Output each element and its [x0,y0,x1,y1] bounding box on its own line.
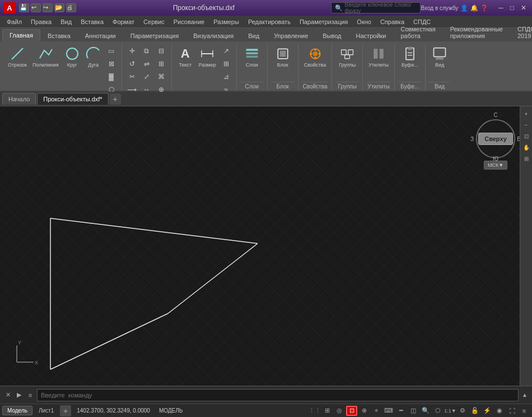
tab-parametrize[interactable]: Параметризация [123,30,186,41]
break-tool[interactable]: ⌘ [155,71,168,83]
qprops-icon[interactable]: 🔍 [420,406,431,416]
rotate-tool[interactable]: ↺ [125,58,139,70]
fullscreen-icon[interactable]: ⛶ [506,406,517,416]
status-tab-model[interactable]: Модель [2,406,32,415]
mirror-tool[interactable]: ⇌ [140,58,153,70]
menu-modify[interactable]: Редактировать [244,17,295,26]
tab-annotations[interactable]: Аннотации [78,30,123,41]
polar-icon[interactable]: ◎ [334,406,345,416]
tool-text[interactable]: A Текст [175,45,195,69]
annot3-tool[interactable]: ⊿ [220,71,233,83]
tab-view[interactable]: Вид [241,30,267,41]
bell-icon[interactable]: 🔔 [470,4,478,12]
scale-tool[interactable]: ⤢ [140,71,153,83]
tool-groups[interactable]: Группы [337,45,358,69]
print-icon[interactable]: 🖨 [66,3,76,12]
command-input[interactable] [37,389,519,401]
offset-tool[interactable]: ⊟ [155,45,168,57]
table-tool[interactable]: ⊞ [220,58,233,70]
hardware-icon[interactable]: ⚡ [482,406,493,416]
open-icon[interactable]: 📂 [54,3,64,12]
menu-file[interactable]: Файл [2,17,26,26]
rect-tool[interactable]: ▭ [105,45,118,57]
cmd-cross-btn[interactable]: ✕ [3,391,12,400]
tab-file[interactable]: Прокси-объекты.dxf* [37,93,108,105]
status-tab-sheet1[interactable]: Лист1 [34,406,59,415]
tab-recommended[interactable]: Рекомендованные приложения [443,23,510,41]
tab-output[interactable]: Вывод [315,30,348,41]
tab-settings[interactable]: Настройки [349,30,394,41]
ws-switch-icon[interactable]: ⚙ [457,406,468,416]
tool-layers[interactable]: Слои [242,45,262,69]
menu-format[interactable]: Формат [108,17,139,26]
menu-service[interactable]: Сервис [139,17,169,26]
tool-line[interactable]: Отрезок [6,45,29,69]
copy-tool[interactable]: ⧉ [140,45,153,57]
cmd-expand-btn[interactable]: ▲ [521,391,529,399]
undo-icon[interactable]: ↩ [31,3,41,12]
leader-tool[interactable]: ↗ [220,45,233,57]
tool-polyline[interactable]: Полилиния [30,45,61,69]
menu-edit[interactable]: Правка [26,17,56,26]
hatch-tool[interactable]: ⊠ [105,58,118,70]
view-top-btn[interactable]: Сверху [478,133,513,145]
tool-dimension[interactable]: Размер [197,45,218,69]
move-tool[interactable]: ✛ [125,45,139,57]
dyn-input-icon[interactable]: ⌨ [383,406,394,416]
tool-properties[interactable]: Свойства [302,45,329,69]
lineweight-icon[interactable]: ━ [395,406,407,416]
zoom-window-tool[interactable]: ⊡ [521,131,531,141]
object-snap-icon[interactable]: ⊡ [346,406,357,416]
tab-start[interactable]: Начало [2,93,36,105]
search-bar[interactable]: 🔍 Введите ключевое слово/фразу [331,2,421,13]
minimize-btn[interactable]: ─ [496,4,506,12]
tool-clipboard[interactable]: Буфе... [399,45,421,69]
object-track-icon[interactable]: ⊕ [358,406,370,416]
tool-view[interactable]: Вид [430,45,450,69]
menu-window[interactable]: Окно [352,17,376,26]
tool-utilities[interactable]: Утилиты [366,45,391,69]
zoom-extent-tool[interactable]: ⊞ [521,153,531,163]
msk-btn[interactable]: МСК▼ [484,161,507,170]
dyn-ucs-icon[interactable]: ⌖ [371,406,382,416]
help-icon[interactable]: ❓ [480,4,488,12]
zoom-in-tool[interactable]: + [521,109,531,119]
drawing-canvas[interactable]: С З Сверху В Ю МСК▼ + − ⊡ ✋ ⊞ [0,106,532,386]
settings-icon[interactable]: ≡ [519,406,530,416]
tool-block[interactable]: Блок [273,45,293,69]
trim-tool[interactable]: ✂ [125,71,139,83]
tab-home[interactable]: Главная [2,29,40,41]
array-tool[interactable]: ⊞ [155,58,168,70]
tab-insert[interactable]: Вставка [40,30,78,41]
save-icon[interactable]: 💾 [19,3,29,12]
menu-parametrize[interactable]: Параметризация [295,17,352,26]
grid-icon[interactable]: ⋮⋮ [309,406,320,416]
annotation-scale[interactable]: 1:1▼ [445,406,456,416]
maximize-btn[interactable]: □ [508,4,516,12]
tab-spds[interactable]: СПДС 2019 [510,23,532,41]
tool-circle[interactable]: Круг [62,45,82,69]
zoom-out-tool[interactable]: − [521,120,531,130]
tab-collab[interactable]: Совместная работа [393,23,442,41]
status-add-tab-btn[interactable]: + [60,405,71,416]
tool-arc[interactable]: Дуга [83,45,104,69]
menu-dimensions[interactable]: Размеры [209,17,244,26]
user-icon[interactable]: 👤 [460,4,468,12]
login-btn[interactable]: Вход в службу [421,5,458,11]
transparency-icon[interactable]: ◫ [408,406,419,416]
isolate-icon[interactable]: ◉ [494,406,505,416]
cmd-menu-btn[interactable]: ≡ [26,391,35,400]
pan-tool[interactable]: ✋ [521,142,531,152]
grid-snap-icon[interactable]: ⊞ [321,406,333,416]
menu-view[interactable]: Вид [56,17,76,26]
grad-tool[interactable]: ▓ [105,71,118,83]
tab-viz[interactable]: Визуализация [186,30,241,41]
cmd-arrow-btn[interactable]: ▶ [15,391,24,400]
redo-icon[interactable]: ↪ [43,3,53,12]
tab-manage[interactable]: Управление [267,30,315,41]
close-btn[interactable]: ✕ [519,4,529,12]
add-tab-btn[interactable]: + [110,93,121,105]
lock-icon[interactable]: 🔓 [469,406,480,416]
isoplane-icon[interactable]: ⬡ [432,406,444,416]
menu-draw[interactable]: Рисование [169,17,209,26]
